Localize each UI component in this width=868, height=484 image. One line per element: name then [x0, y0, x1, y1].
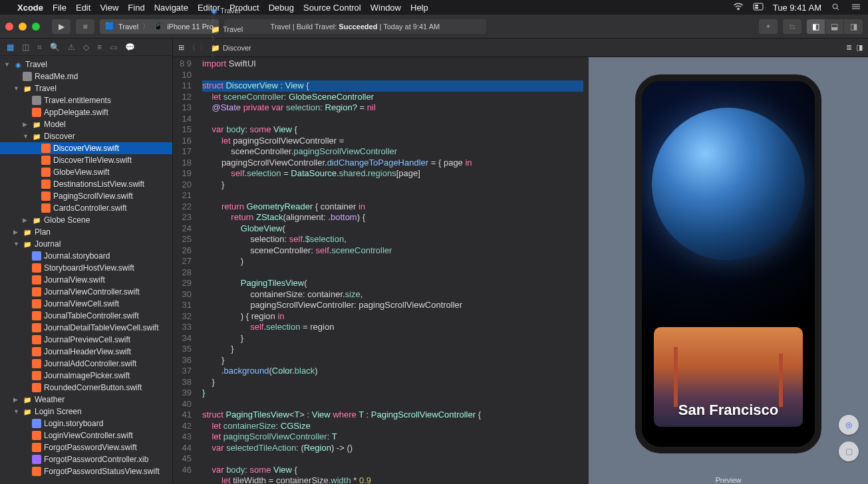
minimize-window-button[interactable]	[19, 23, 27, 31]
tree-item[interactable]: ▼📁Journal	[0, 238, 172, 250]
tree-item[interactable]: ForgotPasswordStatusView.swift	[0, 465, 172, 477]
debug-nav-tab[interactable]: ≡	[97, 43, 102, 52]
related-items-icon[interactable]: ⊞	[178, 43, 184, 52]
tree-item[interactable]: Login.storyboard	[0, 418, 172, 429]
menu-extras-icon[interactable]	[851, 3, 861, 13]
tree-item[interactable]: ▶📁Weather	[0, 394, 172, 406]
menu-source-control[interactable]: Source Control	[303, 3, 361, 13]
tree-item[interactable]: ▶📁Model	[0, 118, 172, 130]
zoom-window-button[interactable]	[32, 23, 40, 31]
tree-item[interactable]: JournalDetailTableViewCell.swift	[0, 322, 172, 334]
tree-item-label: RoundedCornerButton.swift	[44, 383, 142, 392]
stop-button[interactable]: ■	[76, 19, 94, 34]
tree-item-label: Discover	[44, 132, 75, 141]
close-window-button[interactable]	[5, 23, 13, 31]
editor-options-icon[interactable]: ≣	[846, 43, 852, 52]
issue-nav-tab[interactable]: ⚠	[68, 43, 75, 52]
project-tree[interactable]: ▼◉ Travel ReadMe.md▼📁TravelTravel.entitl…	[0, 56, 172, 484]
code-editor[interactable]: 8 9 10 11 12 13 14 15 16 17 18 19 20 21 …	[173, 57, 589, 484]
project-nav-tab[interactable]: ▦	[7, 43, 14, 52]
clock[interactable]: Tue 9:41 AM	[773, 3, 821, 13]
tree-item-label: Plan	[35, 227, 51, 237]
menu-xcode[interactable]: Xcode	[17, 3, 43, 13]
source-control-nav-tab[interactable]: ◫	[22, 43, 29, 52]
tree-root[interactable]: ▼◉ Travel	[0, 59, 172, 70]
tree-item[interactable]: CardsController.swift	[0, 202, 172, 214]
add-editor-icon[interactable]: ◨	[856, 43, 863, 52]
toggle-navigator-button[interactable]: ◧	[807, 19, 825, 34]
menu-edit[interactable]: Edit	[76, 3, 90, 13]
symbol-nav-tab[interactable]: ⌗	[37, 43, 42, 52]
tree-item[interactable]: DiscoverView.swift	[0, 142, 172, 154]
tree-item[interactable]: JournalPreviewCell.swift	[0, 334, 172, 346]
toggle-inspector-button[interactable]: ◨	[844, 19, 863, 34]
tree-item[interactable]: ▼📁Login Screen	[0, 406, 172, 418]
globe-icon	[652, 108, 805, 261]
back-button[interactable]: 〈	[188, 43, 196, 53]
tree-item[interactable]: AppDelegate.swift	[0, 106, 172, 118]
tree-item[interactable]: DiscoverTileView.swift	[0, 154, 172, 166]
jumpbar-seg-2[interactable]: 📁 Discover	[211, 44, 283, 53]
code-review-button[interactable]: ⇆	[783, 19, 801, 34]
tree-item[interactable]: JournalViewController.swift	[0, 286, 172, 298]
live-preview-button[interactable]: ◎	[839, 415, 859, 435]
tree-item[interactable]: LoginViewController.swift	[0, 429, 172, 441]
menu-navigate[interactable]: Navigate	[154, 3, 188, 13]
tree-item-label: PagingScrollView.swift	[53, 191, 133, 201]
menu-help[interactable]: Help	[410, 3, 428, 13]
tree-item[interactable]: ForgotPasswordView.swift	[0, 441, 172, 453]
menu-window[interactable]: Window	[370, 3, 401, 13]
test-nav-tab[interactable]: ◇	[83, 43, 89, 52]
tree-item[interactable]: ForgotPasswordController.xib	[0, 453, 172, 465]
library-button[interactable]: ＋	[759, 19, 778, 34]
tree-item-label: Login Screen	[35, 407, 82, 416]
code-content[interactable]: import SwiftUI struct DiscoverView : Vie…	[197, 57, 589, 484]
navigator: ▦ ◫ ⌗ 🔍 ⚠ ◇ ≡ ▭ 💬 ▼◉ Travel ReadMe.md▼📁T…	[0, 39, 173, 484]
tree-item[interactable]: ▶📁Plan	[0, 226, 172, 238]
toolbar: ▶ ■ 🟦 Travel 〉 📱 iPhone 11 Pro Travel | …	[0, 15, 868, 39]
window-controls	[5, 23, 40, 31]
menubar: XcodeFileEditViewFindNavigateEditorProdu…	[0, 0, 868, 15]
tree-item[interactable]: ▼📁Discover	[0, 130, 172, 142]
menu-find[interactable]: Find	[128, 3, 144, 13]
tree-item[interactable]: DestinationsListView.swift	[0, 178, 172, 190]
find-nav-tab[interactable]: 🔍	[50, 43, 60, 52]
search-icon[interactable]	[831, 3, 841, 13]
control-center-icon[interactable]	[753, 3, 764, 13]
preview-on-device-button[interactable]: ▢	[839, 441, 859, 461]
tree-item-label: CardsController.swift	[53, 203, 127, 213]
breakpoint-nav-tab[interactable]: ▭	[110, 43, 117, 52]
tree-item[interactable]: JournalAddController.swift	[0, 358, 172, 370]
editor-area: ⊞ 〈 〉 ◉ Travel〉📁 Travel〉📁 Discover〉📄 Dis…	[173, 39, 868, 484]
tree-item[interactable]: ReadMe.md	[0, 70, 172, 82]
run-button[interactable]: ▶	[52, 19, 71, 34]
tree-item[interactable]: JournalView.swift	[0, 274, 172, 286]
scheme-selector[interactable]: 🟦 Travel 〉 📱 iPhone 11 Pro	[100, 19, 219, 34]
tree-item[interactable]: ▶📁Globe Scene	[0, 214, 172, 226]
menu-file[interactable]: File	[53, 3, 67, 13]
tree-item[interactable]: StoryboardHostView.swift	[0, 262, 172, 274]
tree-item-label: JournalAddController.swift	[44, 359, 136, 368]
wifi-icon[interactable]	[733, 3, 744, 13]
scheme-target: Travel	[118, 23, 138, 31]
jumpbar-seg-1[interactable]: 📁 Travel	[211, 25, 283, 34]
tree-item-label: Travel	[35, 84, 57, 93]
report-nav-tab[interactable]: 💬	[125, 43, 135, 52]
tree-item[interactable]: JournalHeaderView.swift	[0, 346, 172, 358]
tree-item[interactable]: JournalmagePicker.swift	[0, 370, 172, 382]
phone-preview[interactable]: San Francisco	[635, 74, 821, 453]
tree-item-label: Model	[44, 120, 66, 129]
tree-item[interactable]: PagingScrollView.swift	[0, 190, 172, 202]
jumpbar-seg-0[interactable]: ◉ Travel	[211, 7, 283, 15]
tree-item[interactable]: JournalViewCell.swift	[0, 298, 172, 310]
tree-item[interactable]: JounalTableController.swift	[0, 310, 172, 322]
tree-item[interactable]: Travel.entitlements	[0, 94, 172, 106]
toggle-debug-button[interactable]: ⬓	[825, 19, 844, 34]
tree-item[interactable]: GlobeView.swift	[0, 166, 172, 178]
jump-bar: ⊞ 〈 〉 ◉ Travel〉📁 Travel〉📁 Discover〉📄 Dis…	[173, 39, 868, 57]
tree-item[interactable]: RoundedCornerButton.swift	[0, 382, 172, 394]
menu-view[interactable]: View	[100, 3, 118, 13]
forward-button[interactable]: 〉	[200, 43, 207, 53]
tree-item[interactable]: Journal.storyboard	[0, 250, 172, 262]
tree-item[interactable]: ▼📁Travel	[0, 82, 172, 94]
